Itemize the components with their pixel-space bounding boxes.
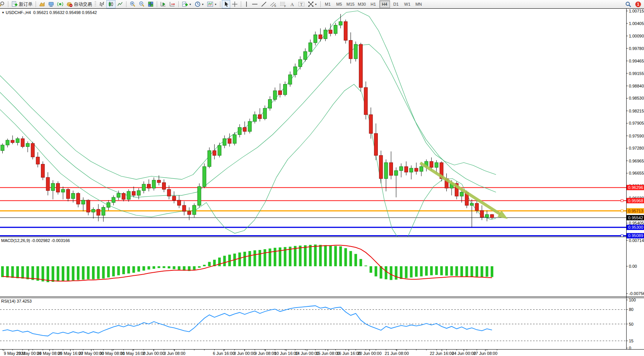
bar-chart-icon — [99, 1, 105, 7]
indicator-search-icon[interactable] — [0, 0, 6, 8]
indicators-button[interactable]: ▼ — [180, 0, 193, 8]
line-handle — [621, 210, 623, 212]
tile-windows-icon — [148, 1, 154, 7]
market-watch-button[interactable] — [47, 0, 56, 8]
timeframe-button-mn[interactable]: MN — [413, 0, 424, 8]
svg-text:0.95089: 0.95089 — [628, 233, 643, 238]
svg-text:E: E — [274, 5, 276, 7]
divider — [178, 1, 179, 7]
price-axis: 1.007151.004051.000900.997800.994650.991… — [626, 9, 644, 238]
arrows-button[interactable]: ▼ — [306, 0, 319, 8]
svg-text:0.97280: 0.97280 — [629, 146, 644, 150]
cursor-icon — [223, 1, 229, 7]
templates-button[interactable]: ▼ — [206, 0, 218, 8]
timeframe-button-m15[interactable]: M15 — [345, 0, 356, 8]
chart-shift-button[interactable] — [168, 0, 177, 8]
fibonacci-icon: F — [280, 1, 287, 7]
svg-text:0.98530: 0.98530 — [629, 96, 644, 100]
dropdown-caret[interactable]: ▼ — [189, 3, 192, 6]
svg-text:21 Jun 08:00: 21 Jun 08:00 — [385, 351, 409, 356]
auto-scroll-button[interactable] — [159, 0, 168, 8]
tile-windows-button[interactable] — [146, 0, 155, 8]
svg-text:9 Jun 08:00: 9 Jun 08:00 — [254, 351, 276, 356]
timeframe-button-w1[interactable]: W1 — [402, 0, 413, 8]
svg-text:F: F — [284, 5, 286, 8]
text-icon: A — [290, 1, 295, 7]
dropdown-caret[interactable]: ▼ — [214, 3, 217, 6]
candlestick-chart-button[interactable] — [106, 0, 115, 8]
timeframe-button-h4[interactable]: H4 — [379, 0, 390, 8]
svg-text:50: 50 — [629, 322, 633, 326]
svg-text:100: 100 — [629, 298, 636, 302]
chart-canvas[interactable]: 1.007151.004051.000900.997800.994650.991… — [0, 8, 644, 356]
svg-text:1.00090: 1.00090 — [629, 34, 644, 38]
macd-panel — [3, 245, 492, 282]
text-label-button[interactable]: T — [296, 0, 306, 8]
text-button[interactable]: A — [288, 0, 296, 8]
new-order-icon — [11, 1, 18, 7]
divider — [241, 1, 241, 7]
svg-text:80: 80 — [629, 307, 633, 312]
svg-text:22 Jun 16:00: 22 Jun 16:00 — [430, 351, 454, 356]
line-chart-button[interactable] — [115, 0, 125, 8]
terminal-icon — [48, 1, 54, 7]
macd-signal-line — [3, 245, 492, 281]
svg-text:0.98840: 0.98840 — [629, 84, 644, 88]
crosshair-button[interactable] — [230, 0, 239, 8]
zoom-out-button[interactable] — [137, 0, 146, 8]
dropdown-caret[interactable]: ▼ — [315, 3, 317, 6]
svg-text:0.00: 0.00 — [629, 264, 637, 269]
new-order-button[interactable]: 新订单 — [10, 0, 34, 8]
templates-icon — [207, 1, 214, 7]
search-button[interactable] — [624, 0, 633, 8]
chart-profile-button[interactable] — [37, 0, 47, 8]
auto-trading-button[interactable]: 自动交易 — [65, 0, 94, 8]
bar-chart-button[interactable] — [97, 0, 106, 8]
zoom-out-icon — [139, 1, 145, 7]
rsi-panel — [0, 306, 626, 341]
equidistant-channel-button[interactable]: E — [268, 0, 278, 8]
arrows-icon — [308, 1, 314, 7]
rsi-indicator-label: RSI(14) 37.4253 — [1, 299, 32, 303]
periods-button[interactable]: ▼ — [193, 0, 206, 8]
timeframe-button-m1[interactable]: M1 — [323, 0, 333, 8]
time-axis: 9 May 202223 May 00:0024 May 08:0025 May… — [3, 350, 497, 356]
fibonacci-button[interactable]: F — [278, 0, 288, 8]
svg-text:0.97590: 0.97590 — [629, 134, 644, 138]
signal-icon — [57, 1, 63, 7]
auto-trading-icon — [66, 1, 73, 7]
horizontal-line-icon — [252, 1, 258, 7]
metatrader-window: { "toolbar": { "new_order_label": "新订单",… — [0, 0, 644, 356]
cursor-button[interactable] — [222, 0, 230, 8]
svg-text:0.99465: 0.99465 — [629, 59, 644, 63]
timeframe-button-d1[interactable]: D1 — [391, 0, 401, 8]
horizontal-line-button[interactable] — [250, 0, 259, 8]
toolbar-grip[interactable] — [95, 1, 96, 7]
svg-text:6 Jun 16:00: 6 Jun 16:00 — [213, 351, 235, 356]
channel-icon: E — [270, 1, 277, 7]
symbol-dropdown-icon[interactable]: ▼ — [2, 11, 5, 14]
vertical-line-button[interactable] — [243, 0, 250, 8]
svg-text:3 Jun 08:00: 3 Jun 08:00 — [164, 351, 186, 356]
chart-shift-icon — [169, 1, 175, 7]
strategy-signal-button[interactable] — [56, 0, 65, 8]
line-handle — [621, 234, 623, 237]
symbol-timeframe-label: USDCHF-,H4 — [6, 10, 31, 15]
notification-badge[interactable]: 1 — [635, 2, 641, 7]
svg-text:1.00405: 1.00405 — [629, 21, 644, 26]
timeframe-button-h1[interactable]: H1 — [368, 0, 379, 8]
trendline-button[interactable] — [259, 0, 268, 8]
timeframe-button-m30[interactable]: M30 — [357, 0, 367, 8]
svg-text:8 Jun 00:00: 8 Jun 00:00 — [234, 351, 256, 356]
divider — [8, 1, 8, 7]
divider — [320, 1, 321, 7]
timeframe-button-m5[interactable]: M5 — [334, 0, 345, 8]
svg-text:0: 0 — [629, 346, 631, 350]
dropdown-caret[interactable]: ▼ — [201, 3, 204, 6]
svg-text:A: A — [290, 2, 294, 7]
rsi-line — [3, 306, 492, 336]
zoom-in-button[interactable] — [128, 0, 137, 8]
divider — [126, 1, 126, 7]
svg-text:20 Jun 00:00: 20 Jun 00:00 — [357, 351, 382, 356]
svg-text:0.96965: 0.96965 — [629, 159, 644, 163]
